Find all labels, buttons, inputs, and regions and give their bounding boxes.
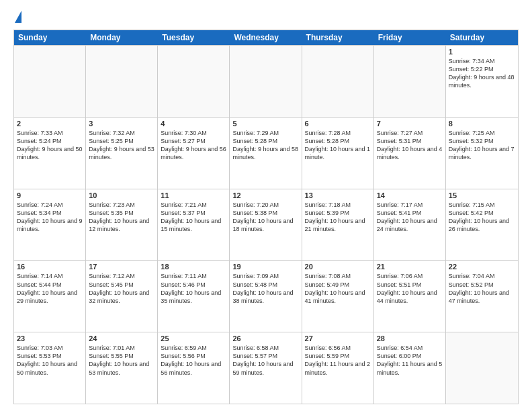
day-info: Sunrise: 7:09 AM Sunset: 5:48 PM Dayligh… (232, 272, 298, 305)
day-number: 19 (232, 263, 298, 271)
day-info: Sunrise: 7:04 AM Sunset: 5:52 PM Dayligh… (449, 272, 515, 305)
day-number: 11 (161, 191, 226, 199)
day-info: Sunrise: 7:28 AM Sunset: 5:28 PM Dayligh… (305, 129, 371, 162)
day-number: 25 (161, 334, 226, 342)
day-cell: 13Sunrise: 7:18 AM Sunset: 5:39 PM Dayli… (302, 189, 374, 261)
day-info: Sunrise: 7:01 AM Sunset: 5:55 PM Dayligh… (89, 344, 154, 377)
day-info: Sunrise: 7:17 AM Sunset: 5:41 PM Dayligh… (377, 201, 443, 234)
day-cell (374, 46, 446, 117)
day-info: Sunrise: 7:23 AM Sunset: 5:35 PM Dayligh… (89, 201, 154, 234)
calendar-body: 1Sunrise: 7:34 AM Sunset: 5:22 PM Daylig… (14, 45, 518, 404)
day-cell: 10Sunrise: 7:23 AM Sunset: 5:35 PM Dayli… (86, 189, 158, 261)
day-cell: 12Sunrise: 7:20 AM Sunset: 5:38 PM Dayli… (230, 189, 302, 261)
day-number: 6 (305, 120, 371, 128)
page: SundayMondayTuesdayWednesdayThursdayFrid… (0, 0, 532, 411)
day-info: Sunrise: 7:15 AM Sunset: 5:42 PM Dayligh… (449, 201, 515, 234)
day-info: Sunrise: 7:12 AM Sunset: 5:45 PM Dayligh… (89, 272, 154, 305)
day-cell: 25Sunrise: 6:59 AM Sunset: 5:56 PM Dayli… (158, 332, 230, 404)
day-info: Sunrise: 7:14 AM Sunset: 5:44 PM Dayligh… (17, 272, 83, 305)
weekday-header-thursday: Thursday (302, 30, 374, 45)
day-number: 14 (377, 191, 443, 199)
day-info: Sunrise: 7:20 AM Sunset: 5:38 PM Dayligh… (232, 201, 298, 234)
day-number: 13 (305, 191, 371, 199)
day-cell: 3Sunrise: 7:32 AM Sunset: 5:25 PM Daylig… (86, 118, 158, 189)
day-info: Sunrise: 7:34 AM Sunset: 5:22 PM Dayligh… (449, 57, 515, 90)
day-cell: 20Sunrise: 7:08 AM Sunset: 5:49 PM Dayli… (302, 261, 374, 332)
day-cell: 16Sunrise: 7:14 AM Sunset: 5:44 PM Dayli… (14, 261, 86, 332)
day-info: Sunrise: 6:58 AM Sunset: 5:57 PM Dayligh… (232, 344, 298, 377)
header (13, 11, 519, 24)
week-row-4: 23Sunrise: 7:03 AM Sunset: 5:53 PM Dayli… (14, 332, 518, 404)
weekday-header-monday: Monday (86, 30, 158, 45)
day-info: Sunrise: 7:27 AM Sunset: 5:31 PM Dayligh… (377, 129, 443, 162)
day-cell: 21Sunrise: 7:06 AM Sunset: 5:51 PM Dayli… (374, 261, 446, 332)
day-number: 9 (17, 191, 83, 199)
day-cell (446, 332, 518, 404)
day-info: Sunrise: 7:08 AM Sunset: 5:49 PM Dayligh… (305, 272, 371, 305)
day-cell: 6Sunrise: 7:28 AM Sunset: 5:28 PM Daylig… (302, 118, 374, 189)
week-row-1: 2Sunrise: 7:33 AM Sunset: 5:24 PM Daylig… (14, 117, 518, 189)
day-cell: 1Sunrise: 7:34 AM Sunset: 5:22 PM Daylig… (446, 46, 518, 117)
day-info: Sunrise: 6:56 AM Sunset: 5:59 PM Dayligh… (305, 344, 371, 377)
day-number: 23 (17, 334, 83, 342)
day-number: 26 (232, 334, 298, 342)
day-number: 3 (89, 120, 154, 128)
day-info: Sunrise: 7:06 AM Sunset: 5:51 PM Dayligh… (377, 272, 443, 305)
logo (13, 11, 21, 24)
day-number: 5 (232, 120, 298, 128)
day-cell: 22Sunrise: 7:04 AM Sunset: 5:52 PM Dayli… (446, 261, 518, 332)
day-cell: 19Sunrise: 7:09 AM Sunset: 5:48 PM Dayli… (230, 261, 302, 332)
day-cell (158, 46, 230, 117)
day-info: Sunrise: 7:30 AM Sunset: 5:27 PM Dayligh… (161, 129, 226, 162)
day-cell (302, 46, 374, 117)
day-info: Sunrise: 7:29 AM Sunset: 5:28 PM Dayligh… (232, 129, 298, 162)
day-info: Sunrise: 7:21 AM Sunset: 5:37 PM Dayligh… (161, 201, 226, 234)
day-cell: 15Sunrise: 7:15 AM Sunset: 5:42 PM Dayli… (446, 189, 518, 261)
day-cell: 4Sunrise: 7:30 AM Sunset: 5:27 PM Daylig… (158, 118, 230, 189)
day-cell (86, 46, 158, 117)
day-number: 27 (305, 334, 371, 342)
day-info: Sunrise: 7:33 AM Sunset: 5:24 PM Dayligh… (17, 129, 83, 162)
weekday-header-tuesday: Tuesday (158, 30, 230, 45)
day-info: Sunrise: 6:59 AM Sunset: 5:56 PM Dayligh… (161, 344, 226, 377)
day-cell: 17Sunrise: 7:12 AM Sunset: 5:45 PM Dayli… (86, 261, 158, 332)
day-info: Sunrise: 7:11 AM Sunset: 5:46 PM Dayligh… (161, 272, 226, 305)
day-cell: 5Sunrise: 7:29 AM Sunset: 5:28 PM Daylig… (230, 118, 302, 189)
weekday-header-sunday: Sunday (14, 30, 86, 45)
day-cell: 8Sunrise: 7:25 AM Sunset: 5:32 PM Daylig… (446, 118, 518, 189)
day-info: Sunrise: 7:18 AM Sunset: 5:39 PM Dayligh… (305, 201, 371, 234)
day-number: 22 (449, 263, 515, 271)
calendar-header: SundayMondayTuesdayWednesdayThursdayFrid… (14, 30, 518, 45)
calendar: SundayMondayTuesdayWednesdayThursdayFrid… (13, 30, 519, 404)
logo-triangle-icon (15, 11, 21, 23)
day-number: 12 (232, 191, 298, 199)
day-cell: 7Sunrise: 7:27 AM Sunset: 5:31 PM Daylig… (374, 118, 446, 189)
day-number: 1 (449, 48, 515, 56)
day-cell (230, 46, 302, 117)
day-cell: 11Sunrise: 7:21 AM Sunset: 5:37 PM Dayli… (158, 189, 230, 261)
day-number: 15 (449, 191, 515, 199)
day-number: 17 (89, 263, 154, 271)
day-info: Sunrise: 7:24 AM Sunset: 5:34 PM Dayligh… (17, 201, 83, 234)
weekday-header-saturday: Saturday (446, 30, 518, 45)
weekday-header-wednesday: Wednesday (230, 30, 302, 45)
day-number: 28 (377, 334, 443, 342)
day-cell: 9Sunrise: 7:24 AM Sunset: 5:34 PM Daylig… (14, 189, 86, 261)
day-cell: 27Sunrise: 6:56 AM Sunset: 5:59 PM Dayli… (302, 332, 374, 404)
weekday-header-friday: Friday (374, 30, 446, 45)
day-cell: 18Sunrise: 7:11 AM Sunset: 5:46 PM Dayli… (158, 261, 230, 332)
day-info: Sunrise: 7:32 AM Sunset: 5:25 PM Dayligh… (89, 129, 154, 162)
day-number: 8 (449, 120, 515, 128)
day-number: 16 (17, 263, 83, 271)
day-info: Sunrise: 6:54 AM Sunset: 6:00 PM Dayligh… (377, 344, 443, 377)
day-number: 20 (305, 263, 371, 271)
day-number: 7 (377, 120, 443, 128)
day-number: 24 (89, 334, 154, 342)
day-number: 21 (377, 263, 443, 271)
day-info: Sunrise: 7:25 AM Sunset: 5:32 PM Dayligh… (449, 129, 515, 162)
day-cell (14, 46, 86, 117)
day-number: 10 (89, 191, 154, 199)
day-number: 18 (161, 263, 226, 271)
day-info: Sunrise: 7:03 AM Sunset: 5:53 PM Dayligh… (17, 344, 83, 377)
day-cell: 28Sunrise: 6:54 AM Sunset: 6:00 PM Dayli… (374, 332, 446, 404)
